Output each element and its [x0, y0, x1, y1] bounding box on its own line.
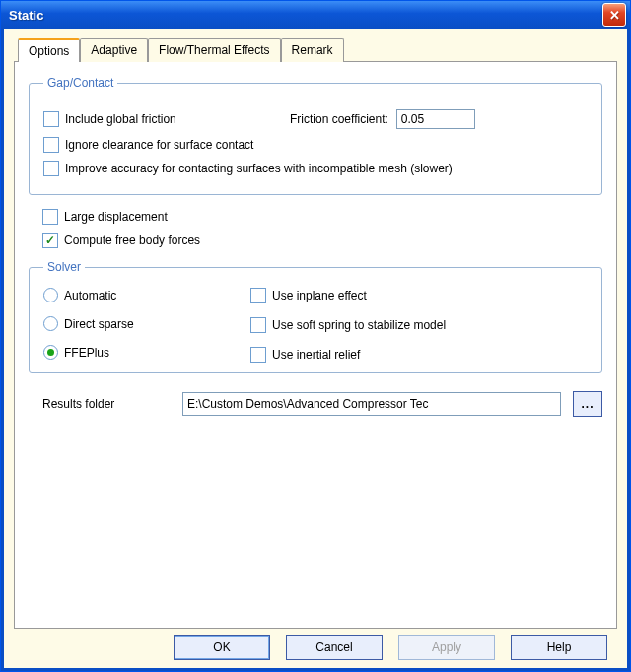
radio-label: FFEPlus [64, 346, 109, 360]
tab-label: Adaptive [91, 43, 137, 57]
tab-panel-options: Gap/Contact Include global friction Fric… [14, 61, 617, 629]
checkbox-label: Use inplane effect [272, 289, 367, 302]
checkbox-use-soft-spring[interactable] [250, 317, 266, 333]
radio-solver-automatic[interactable] [43, 288, 58, 302]
radio-solver-direct-sparse[interactable] [43, 316, 58, 331]
client-area: Options Adaptive Flow/Thermal Effects Re… [1, 29, 630, 671]
button-bar: OK Cancel Apply Help [14, 629, 617, 662]
tab-flow-thermal[interactable]: Flow/Thermal Effects [148, 38, 280, 62]
tab-label: Options [29, 44, 69, 58]
checkbox-compute-free-body[interactable] [42, 233, 58, 248]
radio-label: Automatic [64, 289, 116, 302]
checkbox-use-inplane-effect[interactable] [250, 288, 266, 303]
checkbox-label: Ignore clearance for surface contact [65, 138, 253, 152]
tab-strip: Options Adaptive Flow/Thermal Effects Re… [14, 38, 617, 61]
tab-remark[interactable]: Remark [281, 38, 344, 62]
tab-options[interactable]: Options [18, 38, 80, 62]
friction-coefficient-input[interactable] [396, 109, 475, 129]
tab-label: Flow/Thermal Effects [159, 43, 269, 57]
checkbox-label: Use soft spring to stabilize model [272, 318, 446, 332]
radio-solver-ffeplus[interactable] [43, 345, 58, 360]
ellipsis-icon: ... [581, 397, 594, 411]
checkbox-improve-accuracy[interactable] [43, 161, 59, 176]
friction-coefficient-label: Friction coefficient: [290, 112, 388, 126]
radio-label: Direct sparse [64, 317, 134, 331]
window-title: Static [9, 8, 602, 23]
group-legend: Gap/Contact [43, 76, 117, 90]
apply-button: Apply [398, 635, 495, 660]
dialog-window: Static ✕ Options Adaptive Flow/Thermal E… [0, 0, 631, 672]
button-label: Cancel [316, 640, 352, 654]
checkbox-label: Compute free body forces [64, 234, 200, 247]
title-bar: Static ✕ [1, 1, 630, 29]
checkbox-include-global-friction[interactable] [43, 111, 59, 127]
close-button[interactable]: ✕ [602, 3, 626, 27]
checkbox-label: Large displacement [64, 210, 168, 224]
button-label: Help [547, 640, 572, 654]
tab-label: Remark [292, 43, 333, 57]
group-solver: Solver Automatic Direct sparse [29, 260, 602, 373]
checkbox-large-displacement[interactable] [42, 209, 58, 225]
checkbox-label: Include global friction [65, 112, 176, 126]
tab-adaptive[interactable]: Adaptive [80, 38, 148, 62]
checkbox-label: Improve accuracy for contacting surfaces… [65, 162, 453, 175]
group-legend: Solver [43, 260, 85, 274]
results-folder-input[interactable] [182, 392, 561, 416]
checkbox-ignore-clearance[interactable] [43, 137, 59, 153]
button-label: OK [213, 640, 230, 654]
browse-button[interactable]: ... [573, 391, 602, 417]
close-icon: ✕ [609, 8, 620, 23]
checkbox-label: Use inertial relief [272, 348, 360, 362]
results-folder-label: Results folder [42, 397, 171, 411]
ok-button[interactable]: OK [174, 635, 270, 660]
group-gap-contact: Gap/Contact Include global friction Fric… [29, 76, 602, 195]
button-label: Apply [432, 640, 461, 654]
cancel-button[interactable]: Cancel [286, 635, 383, 660]
help-button[interactable]: Help [511, 635, 607, 660]
checkbox-use-inertial-relief[interactable] [250, 347, 266, 363]
